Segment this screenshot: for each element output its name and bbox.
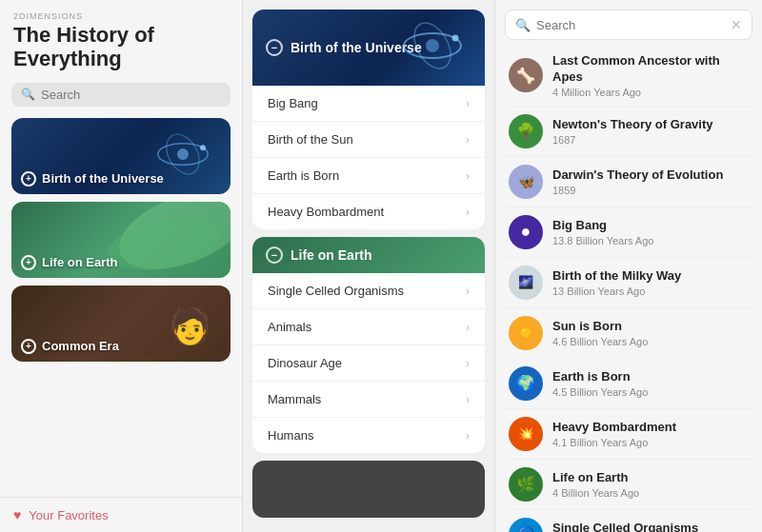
darwin-sub: 1859: [552, 185, 749, 196]
bombardment-sub: 4.1 Billion Years Ago: [552, 437, 749, 448]
lifeonearth-icon: 🌿: [509, 467, 543, 502]
chevron-right-icon: ›: [466, 393, 470, 406]
life-section-title: Life on Earth: [291, 247, 372, 263]
life-collapse-icon[interactable]: −: [266, 246, 283, 264]
right-panel: 🔍 ✕ 🦴 Last Common Ancestor with Apes 4 M…: [495, 0, 762, 532]
app-title: The History of Everything: [13, 23, 229, 71]
darwin-title: Darwin's Theory of Evolution: [552, 167, 749, 184]
svg-point-8: [426, 39, 439, 52]
chevron-right-icon: ›: [466, 321, 470, 334]
list-item[interactable]: Dinosaur Age ›: [252, 345, 485, 382]
middle-panel: − Birth of the Universe Big Bang › Birth…: [243, 0, 495, 532]
list-item[interactable]: 🌿 Life on Earth 4 Billion Years Ago: [505, 460, 752, 510]
list-item[interactable]: ☀️ Sun is Born 4.6 Billion Years Ago: [505, 308, 752, 359]
brand-label: 2DIMENSIONS: [13, 11, 229, 21]
favorites-label: Your Favorites: [29, 508, 108, 522]
list-item[interactable]: 🦋 Darwin's Theory of Evolution 1859: [505, 157, 752, 207]
left-panel: 2DIMENSIONS The History of Everything 🔍 …: [0, 0, 243, 532]
ancestor-sub: 4 Million Years Ago: [552, 87, 749, 98]
bigbang-title: Big Bang: [552, 218, 749, 234]
earth-title: Earth is Born: [552, 369, 749, 385]
header-orbit-deco: [399, 17, 466, 74]
bigbang-sub: 13.8 Billion Years Ago: [552, 235, 749, 246]
list-item[interactable]: Big Bang ›: [252, 86, 485, 122]
ancestor-icon: 🦴: [509, 58, 543, 92]
universe-section: − Birth of the Universe Big Bang › Birth…: [252, 10, 485, 229]
newton-title: Newton's Theory of Gravity: [552, 117, 749, 133]
era-character: 🧑: [169, 306, 211, 346]
list-item[interactable]: Humans ›: [252, 418, 485, 453]
list-item[interactable]: Animals ›: [252, 309, 485, 345]
bombardment-icon: 💥: [509, 417, 543, 451]
list-item[interactable]: 🌳 Newton's Theory of Gravity 1687: [505, 107, 752, 157]
chevron-right-icon: ›: [466, 133, 470, 147]
list-item[interactable]: 🦴 Last Common Ancestor with Apes 4 Milli…: [505, 46, 752, 107]
heart-icon: ♥: [13, 507, 21, 522]
left-search-box[interactable]: 🔍: [11, 83, 231, 107]
lifeonearth-title: Life on Earth: [552, 470, 749, 486]
singlecell-title: Single Celled Organisms: [552, 521, 749, 532]
sun-icon: ☀️: [509, 316, 543, 350]
earth-sub: 4.5 Billion Years Ago: [552, 386, 749, 398]
chevron-right-icon: ›: [466, 206, 470, 219]
list-item[interactable]: 🌌 Birth of the Milky Way 13 Billion Year…: [505, 258, 752, 308]
list-item[interactable]: 💥 Heavy Bombardment 4.1 Billion Years Ag…: [505, 409, 752, 460]
earth-icon: 🌍: [509, 366, 543, 401]
milkyway-icon: 🌌: [509, 266, 543, 300]
ancestor-title: Last Common Ancestor with Apes: [552, 53, 749, 86]
bigbang-icon: ●: [509, 215, 543, 249]
universe-collapse-icon[interactable]: −: [266, 39, 283, 56]
right-search-box[interactable]: 🔍 ✕: [505, 10, 752, 40]
left-search-input[interactable]: [41, 88, 221, 102]
list-item[interactable]: 🌍 Earth is Born 4.5 Billion Years Ago: [505, 359, 752, 409]
chevron-right-icon: ›: [466, 285, 470, 298]
life-section-items: Single Celled Organisms › Animals › Dino…: [252, 273, 485, 453]
clear-icon[interactable]: ✕: [731, 17, 742, 32]
bottom-dark-section: [252, 461, 485, 518]
chevron-right-icon: ›: [466, 357, 470, 370]
favorites-row[interactable]: ♥ Your Favorites: [0, 497, 242, 532]
list-item[interactable]: Single Celled Organisms ›: [252, 273, 485, 309]
svg-point-9: [452, 35, 459, 42]
bombardment-title: Heavy Bombardment: [552, 420, 749, 436]
card-list: + Birth of the Universe + Life on Earth …: [0, 114, 242, 497]
universe-card[interactable]: + Birth of the Universe: [11, 118, 231, 194]
right-search-input[interactable]: [536, 18, 725, 32]
life-card-label: + Life on Earth: [11, 247, 127, 278]
singlecell-icon: 🔵: [509, 518, 543, 532]
life-section-header[interactable]: − Life on Earth: [252, 237, 485, 273]
lifeonearth-sub: 4 Billion Years Ago: [552, 487, 749, 499]
list-item[interactable]: 🔵 Single Celled Organisms 3.8 Billion Ye…: [505, 510, 752, 532]
svg-point-2: [177, 148, 189, 160]
newton-icon: 🌳: [509, 114, 543, 148]
right-list: 🦴 Last Common Ancestor with Apes 4 Milli…: [495, 46, 762, 532]
sun-title: Sun is Born: [552, 319, 749, 335]
list-item[interactable]: Birth of the Sun ›: [252, 122, 485, 158]
list-item[interactable]: Earth is Born ›: [252, 158, 485, 194]
svg-point-3: [200, 145, 206, 150]
app-brand: 2DIMENSIONS The History of Everything: [0, 0, 242, 75]
chevron-right-icon: ›: [466, 169, 470, 183]
sun-sub: 4.6 Billion Years Ago: [552, 336, 749, 347]
list-item[interactable]: Heavy Bombardment ›: [252, 194, 485, 229]
era-card[interactable]: 🧑 + Common Era: [11, 286, 231, 362]
list-item[interactable]: Mammals ›: [252, 382, 485, 418]
universe-section-items: Big Bang › Birth of the Sun › Earth is B…: [252, 86, 485, 229]
milkyway-title: Birth of the Milky Way: [552, 268, 749, 285]
universe-card-label: + Birth of the Universe: [11, 164, 173, 194]
list-item[interactable]: ● Big Bang 13.8 Billion Years Ago: [505, 207, 752, 258]
era-card-label: + Common Era: [11, 331, 129, 362]
universe-expand-icon: +: [21, 171, 36, 187]
darwin-icon: 🦋: [509, 165, 543, 199]
search-icon: 🔍: [515, 18, 531, 32]
newton-sub: 1687: [552, 134, 749, 146]
search-icon: 🔍: [21, 88, 35, 101]
chevron-right-icon: ›: [466, 429, 470, 443]
life-card[interactable]: + Life on Earth: [11, 202, 231, 278]
life-section: − Life on Earth Single Celled Organisms …: [252, 237, 485, 453]
universe-section-header[interactable]: − Birth of the Universe: [252, 10, 485, 86]
chevron-right-icon: ›: [466, 97, 470, 110]
life-expand-icon: +: [21, 255, 36, 270]
milkyway-sub: 13 Billion Years Ago: [552, 286, 749, 297]
era-expand-icon: +: [21, 339, 36, 354]
